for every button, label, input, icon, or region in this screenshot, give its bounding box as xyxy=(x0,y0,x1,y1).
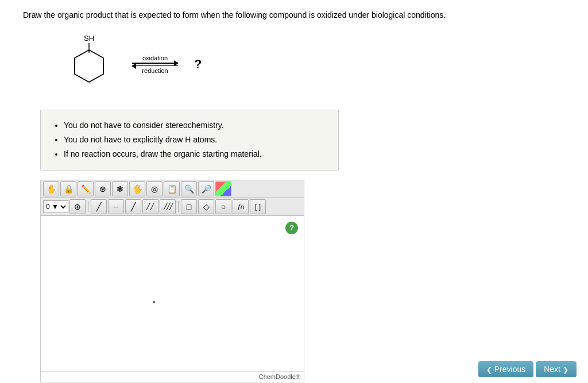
chemdoodle-widget: ✋ 🔒 ✏️ ⊛ ❃ 🖐 ◎ 📋 🔍 🔎 0 ▼ 1 2 3 ⊕ ╱ ··· ╱ xyxy=(40,180,304,382)
hint-2: You do not have to explicitly draw H ato… xyxy=(64,133,327,147)
reduction-label: reduction xyxy=(142,67,168,74)
chain-btn[interactable]: ❃ xyxy=(112,181,128,196)
bond-bold-btn[interactable]: ╱ xyxy=(125,199,141,214)
bond-double-btn[interactable]: ╱╱ xyxy=(142,199,158,214)
chemdoodle-label: ChemDoodle® xyxy=(41,371,304,382)
hint-3: If no reaction occurs, draw the organic … xyxy=(64,147,327,161)
hints-list: You do not have to consider stereochemis… xyxy=(52,118,327,162)
zoom-in-btn[interactable]: 🔍 xyxy=(181,181,197,196)
square-btn[interactable]: □ xyxy=(181,199,197,214)
oxidation-label: oxidation xyxy=(142,55,168,61)
hint-1: You do not have to consider stereochemis… xyxy=(64,118,327,133)
hints-box: You do not have to consider stereochemis… xyxy=(40,110,339,171)
diamond-btn[interactable]: ◇ xyxy=(198,199,214,214)
next-button[interactable]: Next xyxy=(536,361,577,377)
chevron-right-icon xyxy=(563,365,568,374)
formula-btn[interactable]: ƒn xyxy=(233,199,249,214)
result-placeholder: ? xyxy=(194,57,202,72)
molecule-structure: SH xyxy=(57,33,121,96)
lasso-btn[interactable]: 🔒 xyxy=(60,181,76,196)
svg-text:SH: SH xyxy=(84,34,94,42)
svg-marker-2 xyxy=(75,50,103,82)
navigation-buttons: Previous Next xyxy=(478,361,577,377)
previous-button[interactable]: Previous xyxy=(478,361,533,377)
eraser-btn[interactable]: ✏️ xyxy=(78,181,94,196)
question-text: Draw the organic product that is expecte… xyxy=(23,9,540,21)
previous-label: Previous xyxy=(494,365,525,374)
bracket-btn[interactable]: [ ] xyxy=(250,199,266,214)
toolbar-row2: 0 ▼ 1 2 3 ⊕ ╱ ··· ╱ ╱╱ ╱╱╱ □ ◇ ○ Circle … xyxy=(41,198,304,216)
toolbar-row1: ✋ 🔒 ✏️ ⊛ ❃ 🖐 ◎ 📋 🔍 🔎 xyxy=(41,180,304,198)
drawing-canvas[interactable]: ? xyxy=(41,216,304,371)
chevron-left-icon xyxy=(486,365,492,374)
ring-btn[interactable]: ◎ xyxy=(146,181,163,196)
bond-order-select[interactable]: 0 ▼ 1 2 3 xyxy=(43,200,68,213)
bond-dash-btn[interactable]: ··· xyxy=(108,199,124,214)
template-btn[interactable]: 🖐 xyxy=(129,181,145,196)
bond-single-btn[interactable]: ╱ xyxy=(91,199,107,214)
add-atom-btn[interactable]: ⊕ xyxy=(69,199,86,214)
canvas-dot xyxy=(153,301,155,303)
color-btn[interactable] xyxy=(215,181,231,196)
circle-btn[interactable]: ○ Circle Square xyxy=(215,199,231,214)
select-tool-btn[interactable]: ✋ xyxy=(43,181,59,196)
zoom-out-btn[interactable]: 🔎 xyxy=(198,181,214,196)
reaction-area: SH oxidation reduction xyxy=(57,33,565,96)
atom-btn[interactable]: ⊛ xyxy=(95,181,111,196)
reaction-arrow: oxidation reduction xyxy=(132,55,178,74)
paste-btn[interactable]: 📋 xyxy=(164,181,180,196)
help-icon[interactable]: ? xyxy=(285,222,298,234)
next-label: Next xyxy=(544,365,560,374)
bond-triple-btn[interactable]: ╱╱╱ xyxy=(160,199,176,214)
